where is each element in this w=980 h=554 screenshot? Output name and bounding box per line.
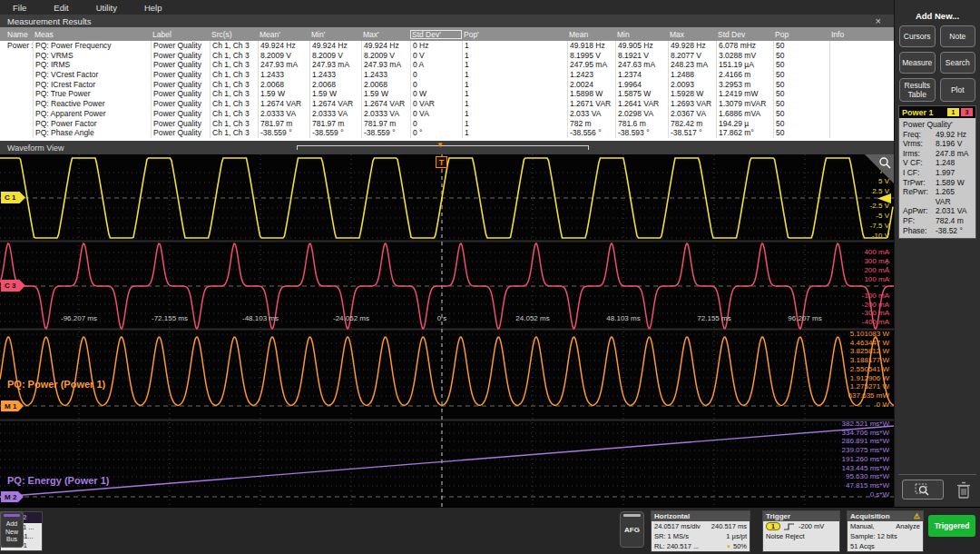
column-header[interactable]: Min: [615, 30, 668, 39]
cell-min-all: 1.2641 VAR: [615, 99, 668, 109]
cell-sources: Ch 1, Ch 3: [210, 89, 258, 99]
result-row: Irms: 247.8 mA: [903, 149, 972, 159]
measurement-results-title: Measurement Results: [7, 16, 91, 26]
cell-min-all: 2.0298 VA: [615, 109, 668, 119]
cell-mean-all: 1.2671 VAR: [567, 99, 615, 109]
column-header[interactable]: Src(s): [210, 30, 258, 39]
power-scale-labels: 5.101083 W4.463447 W3.825812 W3.188177 W…: [848, 330, 889, 409]
cell-max-all: 782.42 m: [668, 119, 716, 129]
cell-sources: Ch 1, Ch 3: [210, 51, 258, 61]
result-row: Freq: 49.92 Hz: [903, 130, 972, 140]
trigger-position-icon[interactable]: ▼: [436, 142, 444, 149]
scale-label: 47.815 ms*W: [842, 481, 889, 490]
column-header[interactable]: Mean': [258, 30, 309, 39]
scale-label: 2.5 V: [872, 186, 889, 196]
cell-min-current: 49.924 Hz: [309, 41, 361, 51]
acquisition-title: Acquisition: [850, 512, 890, 520]
result-key: RePwr:: [903, 187, 936, 206]
cell-pop-current: 1: [462, 119, 567, 129]
column-header[interactable]: Pop: [773, 30, 829, 39]
menu-item[interactable]: Edit: [54, 3, 68, 13]
result-row: V CF: 1.248: [903, 158, 972, 168]
scale-label: -2.5 V: [870, 201, 889, 211]
measurement-row[interactable]: PQ: Power Factor Power Quality Ch 1, Ch …: [0, 119, 894, 129]
measurement-row[interactable]: PQ: Apparent Power Power Quality Ch 1, C…: [0, 109, 894, 119]
horizontal-title: Horizontal: [654, 512, 690, 520]
trigger-panel[interactable]: Trigger 1 -200 mV Noise Reject: [762, 510, 840, 552]
zoom-select-button[interactable]: [902, 480, 944, 500]
column-header[interactable]: Max: [668, 30, 716, 39]
cell-name: [5, 80, 33, 90]
scale-label: 239.075 ms*W: [842, 446, 889, 455]
sidebar-button[interactable]: Cursors: [899, 25, 936, 47]
horizontal-panel[interactable]: Horizontal 24.0517 ms/div 240.517 ms SR:…: [651, 510, 750, 552]
panel-grip-icon[interactable]: ⋮: [883, 259, 892, 269]
menu-item[interactable]: Utility: [96, 3, 117, 13]
column-header[interactable]: Meas: [33, 30, 151, 39]
result-row: TrPwr: 1.589 W: [903, 178, 972, 188]
column-header[interactable]: Mean: [567, 30, 615, 39]
measurement-row[interactable]: PQ: Phase Angle Power Quality Ch 1, Ch 3…: [0, 128, 894, 138]
measurement-row[interactable]: PQ: IRMS Power Quality Ch 1, Ch 3 247.93…: [0, 60, 894, 70]
afg-button[interactable]: AFG: [620, 511, 644, 548]
measurement-row[interactable]: PQ: ICrest Factor Power Quality Ch 1, Ch…: [0, 80, 894, 90]
column-header[interactable]: Pop': [462, 30, 567, 39]
cell-max-all: 2.0367 VA: [668, 109, 716, 119]
cell-max-current: 2.0068: [361, 80, 410, 90]
menu-item[interactable]: Help: [144, 3, 162, 13]
sidebar-button[interactable]: Search: [940, 52, 976, 74]
cell-min-current: 2.0333 VA: [309, 109, 361, 119]
scale-label: 2.550541 W: [848, 365, 889, 374]
cell-max-current: 1.2433: [361, 70, 410, 80]
cell-name: [5, 99, 33, 109]
source-badge-ch1: 1: [947, 108, 959, 116]
cell-stddev-all: 1.6886 mVA: [716, 109, 773, 119]
cell-mean-all: -38.556 °: [567, 128, 615, 138]
cell-meas: PQ: Phase Angle: [33, 128, 151, 138]
time-label: 72.155 ms: [673, 314, 755, 322]
cell-sources: Ch 1, Ch 3: [210, 119, 258, 129]
warning-icon: ⚠: [914, 512, 920, 520]
measurement-row[interactable]: PQ: Reactive Power Power Quality Ch 1, C…: [0, 99, 894, 109]
cell-min-current: 1.59 W: [309, 89, 361, 99]
power1-results-badge[interactable]: Power 1 1 3 Power Quality' Freq: 49.92 H…: [898, 105, 976, 239]
cell-sources: Ch 1, Ch 3: [210, 80, 258, 90]
column-header[interactable]: Name: [5, 30, 33, 39]
add-new-button[interactable]: Add New Bus: [0, 511, 24, 548]
sidebar-button[interactable]: Note: [940, 25, 976, 47]
column-header[interactable]: Max': [361, 30, 410, 39]
column-header[interactable]: Std Dev': [410, 30, 462, 39]
trash-icon[interactable]: [956, 481, 971, 499]
cell-min-current: 2.0068: [309, 80, 361, 90]
cell-mean-all: 1.5898 W: [567, 89, 615, 99]
measurement-row[interactable]: PQ: VRMS Power Quality Ch 1, Ch 3 8.2009…: [0, 51, 894, 61]
waveform-svg[interactable]: [0, 154, 894, 507]
scale-label: 100 mA: [864, 275, 889, 284]
cell-mean-all: 1.2423: [567, 70, 615, 80]
horizontal-body: 24.0517 ms/div 240.517 ms SR: 1 MS/s 1 µ…: [652, 521, 750, 551]
measurement-row[interactable]: PQ: True Power Power Quality Ch 1, Ch 3 …: [0, 89, 894, 99]
measurement-results-titlebar[interactable]: Measurement Results ×: [0, 15, 894, 27]
measurement-row[interactable]: Power 1 PQ: Power Frequency Power Qualit…: [0, 41, 894, 51]
menu-item[interactable]: File: [13, 3, 26, 13]
cell-stddev-all: 6.078 mHz: [716, 41, 773, 51]
cell-pop-all: 50: [773, 99, 829, 109]
horizontal-span: 240.517 ms: [711, 521, 747, 531]
cell-max-current: 2.0333 VA: [361, 109, 410, 119]
column-header[interactable]: Info: [829, 30, 894, 39]
trigger-position-marker[interactable]: T: [436, 156, 447, 168]
measurement-row[interactable]: PQ: VCrest Factor Power Quality Ch 1, Ch…: [0, 70, 894, 80]
cell-stddev-all: 194.29 µ: [716, 119, 773, 129]
cell-stddev-all: 3.2953 m: [716, 80, 773, 90]
column-header[interactable]: Label: [151, 30, 210, 39]
sidebar-button[interactable]: Results Table: [899, 78, 936, 102]
column-header[interactable]: Std Dev: [716, 30, 773, 39]
acquisition-panel[interactable]: Acquisition ⚠ Manual, Analyze Sample: 12…: [847, 510, 924, 552]
column-header[interactable]: Min': [309, 30, 361, 39]
sidebar-button[interactable]: Measure: [899, 52, 936, 74]
waveform-view-titlebar[interactable]: Waveform View: [0, 141, 894, 154]
sidebar-button[interactable]: Plot: [940, 78, 976, 102]
result-value: -38.52 °: [936, 226, 963, 236]
cell-min-all: 247.63 mA: [615, 60, 668, 70]
close-icon[interactable]: ×: [876, 15, 881, 27]
